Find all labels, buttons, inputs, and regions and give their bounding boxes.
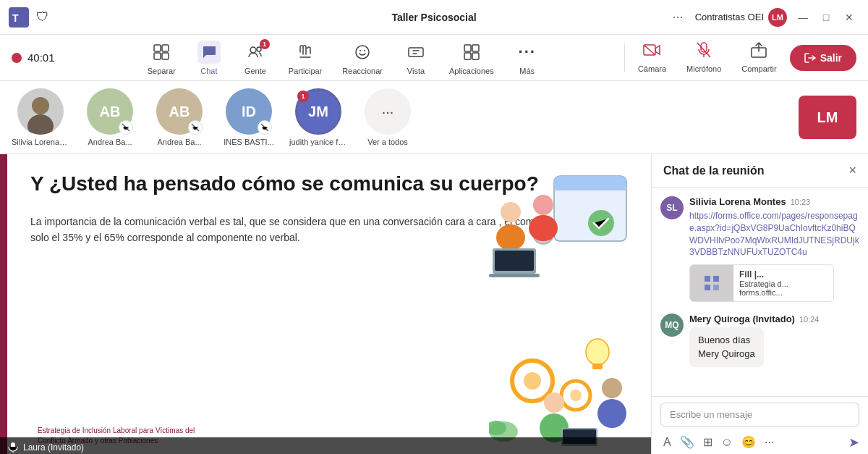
svg-point-9 bbox=[359, 50, 361, 51]
leave-button[interactable]: Salir bbox=[790, 45, 856, 71]
leave-label: Salir bbox=[820, 52, 842, 64]
toolbar-item-mas[interactable]: ··· Más bbox=[506, 36, 549, 80]
svg-rect-15 bbox=[472, 53, 479, 59]
illustration-top bbox=[489, 169, 634, 285]
toolbar-item-reaccionar[interactable]: Reaccionar bbox=[333, 36, 391, 80]
toolbar-item-separar[interactable]: Separar bbox=[139, 36, 184, 80]
chat-toolbar: A 📎 ⊞ ☺ 😊 ··· ➤ bbox=[660, 432, 859, 452]
lm-participant-area: LM bbox=[799, 96, 856, 139]
participant-avatar-andrea2: AB bbox=[156, 88, 203, 135]
reaccionar-icon bbox=[351, 41, 374, 64]
svg-rect-12 bbox=[464, 45, 471, 51]
shield-icon: 🛡 bbox=[36, 9, 49, 25]
toolbar-item-aplicaciones[interactable]: Aplicaciones bbox=[441, 36, 503, 80]
presentation-left-bar bbox=[0, 154, 7, 454]
svg-rect-59 bbox=[713, 276, 719, 282]
camera-button[interactable]: Cámara bbox=[631, 38, 673, 77]
participant-name-andrea1: Andrea Ba... bbox=[88, 138, 132, 146]
microphone-button[interactable]: Micrófono bbox=[679, 38, 728, 77]
svg-rect-57 bbox=[700, 272, 723, 295]
share-label: Compartir bbox=[741, 64, 776, 73]
chat-input-area: A 📎 ⊞ ☺ 😊 ··· ➤ bbox=[652, 396, 868, 454]
user-avatar-lm: LM bbox=[768, 8, 787, 27]
toolbar-item-participar[interactable]: Participar bbox=[280, 36, 331, 80]
msg-content-mq: Mery Quiroga (Invitado) 10:24 Buenos día… bbox=[689, 314, 859, 366]
chat-icon bbox=[197, 41, 221, 64]
toolbar-items: Separar Chat 1 Gente Participar bbox=[69, 36, 618, 80]
camera-label: Cámara bbox=[638, 64, 666, 73]
participant-avatar-ines: ID bbox=[226, 88, 272, 135]
gif-button[interactable]: ⊞ bbox=[700, 432, 715, 452]
participant-name-judith: judith yanice fo... bbox=[289, 138, 347, 146]
msg-avatar-silivia: SL bbox=[660, 196, 684, 219]
share-icon bbox=[751, 42, 767, 62]
svg-rect-39 bbox=[495, 251, 534, 271]
record-indicator bbox=[12, 53, 22, 63]
msg-avatar-mq: MQ bbox=[660, 314, 684, 337]
participant-andrea1[interactable]: AB Andrea Ba... bbox=[81, 88, 139, 146]
svg-rect-58 bbox=[705, 276, 710, 282]
participant-judith[interactable]: 1 JM judith yanice fo... bbox=[289, 88, 347, 146]
more-chat-options-button[interactable]: ··· bbox=[762, 433, 777, 452]
meeting-title: Taller Psicosocial bbox=[391, 12, 476, 23]
chat-close-button[interactable]: × bbox=[848, 163, 856, 178]
svg-rect-61 bbox=[713, 285, 719, 290]
timer-section: 40:01 bbox=[12, 51, 55, 64]
speaker-overlay: Laura (Invitado) bbox=[0, 437, 651, 454]
maximize-button[interactable]: □ bbox=[816, 7, 836, 28]
participant-silivia[interactable]: Silivia Lorena M... bbox=[12, 88, 69, 146]
media-controls: Cámara Micrófono Compartir Salir bbox=[631, 38, 856, 77]
svg-text:T: T bbox=[12, 12, 19, 24]
svg-rect-5 bbox=[162, 53, 169, 59]
chat-input[interactable] bbox=[660, 403, 859, 426]
see-all-item[interactable]: ··· Ver a todos bbox=[359, 88, 417, 146]
top-bar-left: T 🛡 bbox=[9, 7, 49, 28]
msg-sender-silivia: Silivia Lorena Montes bbox=[689, 196, 786, 207]
attach-file-button[interactable]: 📎 bbox=[677, 432, 697, 452]
svg-point-45 bbox=[586, 339, 609, 365]
sticker-button[interactable]: ☺ bbox=[718, 433, 736, 452]
link-preview-subtitle: Estrategia d... forms.offic... bbox=[739, 279, 827, 297]
link-preview-silivia[interactable]: Fill |... Estrategia d... forms.offic... bbox=[689, 264, 834, 302]
microphone-icon bbox=[697, 42, 711, 62]
chat-message-1: SL Silivia Lorena Montes 10:23 https://f… bbox=[660, 196, 859, 302]
svg-rect-40 bbox=[489, 274, 540, 277]
emoji-button[interactable]: 😊 bbox=[739, 432, 759, 452]
top-bar-right: ··· Contratistas OEI LM — □ ✕ bbox=[667, 7, 859, 28]
separar-icon bbox=[150, 41, 173, 64]
svg-point-6 bbox=[250, 47, 256, 53]
gente-label: Gente bbox=[244, 67, 266, 75]
send-message-button[interactable]: ➤ bbox=[848, 434, 859, 450]
toolbar-item-chat[interactable]: Chat bbox=[187, 36, 231, 80]
microphone-label: Micrófono bbox=[686, 64, 721, 73]
share-button[interactable]: Compartir bbox=[734, 38, 783, 77]
participant-andrea2[interactable]: AB Andrea Ba... bbox=[150, 88, 208, 146]
mas-label: Más bbox=[519, 67, 535, 75]
close-button[interactable]: ✕ bbox=[839, 7, 859, 28]
chat-header: Chat de la reunión × bbox=[652, 154, 868, 188]
svg-rect-46 bbox=[592, 363, 603, 369]
minimize-button[interactable]: — bbox=[793, 7, 813, 28]
gente-icon: 1 bbox=[244, 41, 267, 64]
see-all-button[interactable]: ··· bbox=[365, 88, 411, 135]
teams-logo: T bbox=[9, 7, 29, 28]
participant-name-andrea2: Andrea Ba... bbox=[157, 138, 201, 146]
toolbar-item-vista[interactable]: Vista bbox=[394, 36, 438, 80]
gente-badge: 1 bbox=[260, 39, 270, 49]
format-text-button[interactable]: A bbox=[660, 433, 674, 452]
mas-icon: ··· bbox=[516, 41, 539, 64]
participant-avatar-judith: 1 JM bbox=[295, 88, 341, 135]
presentation-area: Y ¿Usted ha pensado cómo se comunica su … bbox=[0, 154, 651, 454]
svg-rect-3 bbox=[162, 45, 169, 51]
mic-off-indicator-andrea1 bbox=[119, 120, 133, 135]
svg-point-34 bbox=[501, 202, 521, 222]
chat-messages: SL Silivia Lorena Montes 10:23 https://f… bbox=[652, 188, 868, 396]
svg-point-22 bbox=[32, 97, 49, 114]
svg-point-8 bbox=[356, 46, 369, 59]
svg-line-17 bbox=[644, 45, 655, 55]
toolbar-item-gente[interactable]: 1 Gente bbox=[234, 36, 277, 80]
more-options-button[interactable]: ··· bbox=[667, 7, 689, 28]
link-preview-title: Fill |... bbox=[739, 269, 827, 279]
participant-ines[interactable]: ID INES BASTI... bbox=[220, 88, 278, 146]
msg-link-silivia[interactable]: https://forms.office.com/pages/responsep… bbox=[689, 210, 859, 258]
